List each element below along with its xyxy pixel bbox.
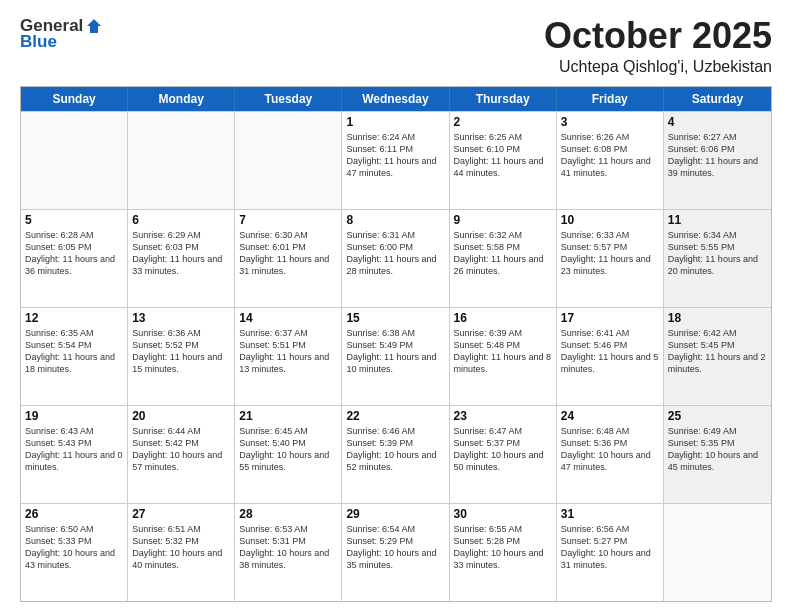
cell-info: Sunrise: 6:42 AM Sunset: 5:45 PM Dayligh…	[668, 327, 767, 376]
header-day-wednesday: Wednesday	[342, 87, 449, 111]
day-number: 17	[561, 311, 659, 325]
calendar-cell	[664, 504, 771, 601]
day-number: 29	[346, 507, 444, 521]
day-number: 19	[25, 409, 123, 423]
cell-info: Sunrise: 6:27 AM Sunset: 6:06 PM Dayligh…	[668, 131, 767, 180]
header-day-sunday: Sunday	[21, 87, 128, 111]
day-number: 27	[132, 507, 230, 521]
day-number: 7	[239, 213, 337, 227]
cell-info: Sunrise: 6:48 AM Sunset: 5:36 PM Dayligh…	[561, 425, 659, 474]
day-number: 1	[346, 115, 444, 129]
day-number: 21	[239, 409, 337, 423]
cell-info: Sunrise: 6:53 AM Sunset: 5:31 PM Dayligh…	[239, 523, 337, 572]
calendar-cell: 27Sunrise: 6:51 AM Sunset: 5:32 PM Dayli…	[128, 504, 235, 601]
calendar-cell: 8Sunrise: 6:31 AM Sunset: 6:00 PM Daylig…	[342, 210, 449, 307]
day-number: 24	[561, 409, 659, 423]
day-number: 3	[561, 115, 659, 129]
cell-info: Sunrise: 6:43 AM Sunset: 5:43 PM Dayligh…	[25, 425, 123, 474]
cell-info: Sunrise: 6:51 AM Sunset: 5:32 PM Dayligh…	[132, 523, 230, 572]
logo: General Blue	[20, 16, 103, 52]
day-number: 28	[239, 507, 337, 521]
calendar-cell: 3Sunrise: 6:26 AM Sunset: 6:08 PM Daylig…	[557, 112, 664, 209]
calendar-row-4: 26Sunrise: 6:50 AM Sunset: 5:33 PM Dayli…	[21, 503, 771, 601]
cell-info: Sunrise: 6:44 AM Sunset: 5:42 PM Dayligh…	[132, 425, 230, 474]
day-number: 12	[25, 311, 123, 325]
calendar-cell: 30Sunrise: 6:55 AM Sunset: 5:28 PM Dayli…	[450, 504, 557, 601]
calendar-cell: 31Sunrise: 6:56 AM Sunset: 5:27 PM Dayli…	[557, 504, 664, 601]
logo-blue: Blue	[20, 32, 57, 52]
calendar-cell: 29Sunrise: 6:54 AM Sunset: 5:29 PM Dayli…	[342, 504, 449, 601]
cell-info: Sunrise: 6:30 AM Sunset: 6:01 PM Dayligh…	[239, 229, 337, 278]
calendar-cell: 17Sunrise: 6:41 AM Sunset: 5:46 PM Dayli…	[557, 308, 664, 405]
calendar-header: SundayMondayTuesdayWednesdayThursdayFrid…	[21, 87, 771, 111]
calendar-row-0: 1Sunrise: 6:24 AM Sunset: 6:11 PM Daylig…	[21, 111, 771, 209]
day-number: 9	[454, 213, 552, 227]
cell-info: Sunrise: 6:37 AM Sunset: 5:51 PM Dayligh…	[239, 327, 337, 376]
header-day-monday: Monday	[128, 87, 235, 111]
calendar-row-2: 12Sunrise: 6:35 AM Sunset: 5:54 PM Dayli…	[21, 307, 771, 405]
page: General Blue October 2025 Uchtepa Qishlo…	[0, 0, 792, 612]
calendar-cell: 12Sunrise: 6:35 AM Sunset: 5:54 PM Dayli…	[21, 308, 128, 405]
month-title: October 2025	[544, 16, 772, 56]
cell-info: Sunrise: 6:41 AM Sunset: 5:46 PM Dayligh…	[561, 327, 659, 376]
calendar-cell: 25Sunrise: 6:49 AM Sunset: 5:35 PM Dayli…	[664, 406, 771, 503]
calendar: SundayMondayTuesdayWednesdayThursdayFrid…	[20, 86, 772, 602]
cell-info: Sunrise: 6:36 AM Sunset: 5:52 PM Dayligh…	[132, 327, 230, 376]
calendar-cell: 5Sunrise: 6:28 AM Sunset: 6:05 PM Daylig…	[21, 210, 128, 307]
calendar-cell: 24Sunrise: 6:48 AM Sunset: 5:36 PM Dayli…	[557, 406, 664, 503]
cell-info: Sunrise: 6:49 AM Sunset: 5:35 PM Dayligh…	[668, 425, 767, 474]
day-number: 8	[346, 213, 444, 227]
calendar-row-1: 5Sunrise: 6:28 AM Sunset: 6:05 PM Daylig…	[21, 209, 771, 307]
header-day-thursday: Thursday	[450, 87, 557, 111]
calendar-cell: 14Sunrise: 6:37 AM Sunset: 5:51 PM Dayli…	[235, 308, 342, 405]
day-number: 23	[454, 409, 552, 423]
day-number: 16	[454, 311, 552, 325]
calendar-cell: 26Sunrise: 6:50 AM Sunset: 5:33 PM Dayli…	[21, 504, 128, 601]
day-number: 25	[668, 409, 767, 423]
day-number: 2	[454, 115, 552, 129]
calendar-cell: 23Sunrise: 6:47 AM Sunset: 5:37 PM Dayli…	[450, 406, 557, 503]
calendar-cell: 15Sunrise: 6:38 AM Sunset: 5:49 PM Dayli…	[342, 308, 449, 405]
calendar-cell: 11Sunrise: 6:34 AM Sunset: 5:55 PM Dayli…	[664, 210, 771, 307]
cell-info: Sunrise: 6:47 AM Sunset: 5:37 PM Dayligh…	[454, 425, 552, 474]
calendar-row-3: 19Sunrise: 6:43 AM Sunset: 5:43 PM Dayli…	[21, 405, 771, 503]
day-number: 4	[668, 115, 767, 129]
calendar-cell: 10Sunrise: 6:33 AM Sunset: 5:57 PM Dayli…	[557, 210, 664, 307]
cell-info: Sunrise: 6:32 AM Sunset: 5:58 PM Dayligh…	[454, 229, 552, 278]
cell-info: Sunrise: 6:34 AM Sunset: 5:55 PM Dayligh…	[668, 229, 767, 278]
calendar-body: 1Sunrise: 6:24 AM Sunset: 6:11 PM Daylig…	[21, 111, 771, 601]
cell-info: Sunrise: 6:35 AM Sunset: 5:54 PM Dayligh…	[25, 327, 123, 376]
cell-info: Sunrise: 6:45 AM Sunset: 5:40 PM Dayligh…	[239, 425, 337, 474]
calendar-cell: 16Sunrise: 6:39 AM Sunset: 5:48 PM Dayli…	[450, 308, 557, 405]
cell-info: Sunrise: 6:29 AM Sunset: 6:03 PM Dayligh…	[132, 229, 230, 278]
title-block: October 2025 Uchtepa Qishlog'i, Uzbekist…	[544, 16, 772, 76]
cell-info: Sunrise: 6:54 AM Sunset: 5:29 PM Dayligh…	[346, 523, 444, 572]
svg-marker-0	[87, 19, 101, 33]
day-number: 20	[132, 409, 230, 423]
cell-info: Sunrise: 6:25 AM Sunset: 6:10 PM Dayligh…	[454, 131, 552, 180]
cell-info: Sunrise: 6:28 AM Sunset: 6:05 PM Dayligh…	[25, 229, 123, 278]
calendar-cell: 19Sunrise: 6:43 AM Sunset: 5:43 PM Dayli…	[21, 406, 128, 503]
day-number: 10	[561, 213, 659, 227]
cell-info: Sunrise: 6:38 AM Sunset: 5:49 PM Dayligh…	[346, 327, 444, 376]
calendar-cell: 13Sunrise: 6:36 AM Sunset: 5:52 PM Dayli…	[128, 308, 235, 405]
logo-icon	[85, 17, 103, 35]
calendar-cell: 18Sunrise: 6:42 AM Sunset: 5:45 PM Dayli…	[664, 308, 771, 405]
cell-info: Sunrise: 6:39 AM Sunset: 5:48 PM Dayligh…	[454, 327, 552, 376]
day-number: 22	[346, 409, 444, 423]
day-number: 31	[561, 507, 659, 521]
cell-info: Sunrise: 6:50 AM Sunset: 5:33 PM Dayligh…	[25, 523, 123, 572]
day-number: 11	[668, 213, 767, 227]
header-day-tuesday: Tuesday	[235, 87, 342, 111]
day-number: 14	[239, 311, 337, 325]
day-number: 18	[668, 311, 767, 325]
cell-info: Sunrise: 6:46 AM Sunset: 5:39 PM Dayligh…	[346, 425, 444, 474]
day-number: 26	[25, 507, 123, 521]
cell-info: Sunrise: 6:26 AM Sunset: 6:08 PM Dayligh…	[561, 131, 659, 180]
calendar-cell: 6Sunrise: 6:29 AM Sunset: 6:03 PM Daylig…	[128, 210, 235, 307]
location-title: Uchtepa Qishlog'i, Uzbekistan	[544, 58, 772, 76]
cell-info: Sunrise: 6:33 AM Sunset: 5:57 PM Dayligh…	[561, 229, 659, 278]
calendar-cell: 22Sunrise: 6:46 AM Sunset: 5:39 PM Dayli…	[342, 406, 449, 503]
cell-info: Sunrise: 6:56 AM Sunset: 5:27 PM Dayligh…	[561, 523, 659, 572]
calendar-cell: 20Sunrise: 6:44 AM Sunset: 5:42 PM Dayli…	[128, 406, 235, 503]
